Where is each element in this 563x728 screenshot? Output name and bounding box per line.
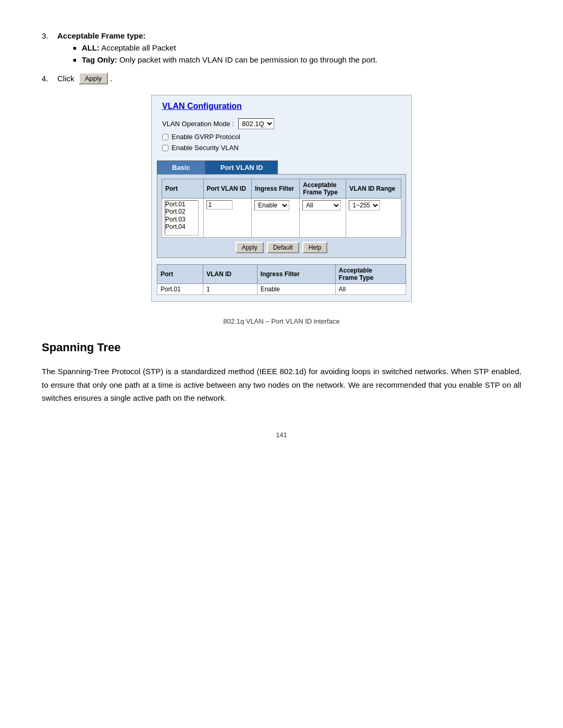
bullet-tag-only-text: Only packet with match VLAN ID can be pe…	[119, 55, 377, 64]
diagram-title: VLAN Configuration	[152, 95, 411, 116]
vlan-operation-label: VLAN Operation Mode :	[162, 120, 234, 128]
summary-td-frame-type: All	[335, 284, 406, 295]
summary-th-vlan-id: VLAN ID	[203, 265, 257, 284]
tabs-row: Basic Port VLAN ID	[152, 161, 411, 174]
bullet-all-content: ALL: Acceptable all Packet	[82, 43, 176, 52]
page-number: 141	[42, 431, 521, 439]
diagram-caption: 802.1q VLAN – Port VLAN ID interface	[42, 317, 521, 325]
th-ingress-filter: Ingress Filter	[251, 179, 299, 199]
gvrp-label: Enable GVRP Protocol	[172, 133, 240, 141]
diagram-box: VLAN Configuration VLAN Operation Mode :…	[151, 95, 412, 302]
port-option-01: Port.01	[165, 201, 198, 208]
summary-table-wrap: Port VLAN ID Ingress Filter AcceptableFr…	[157, 264, 406, 295]
summary-td-port: Port.01	[157, 284, 203, 295]
bullet-all: ALL: Acceptable all Packet	[73, 43, 377, 52]
item-4-number: 4.	[42, 74, 57, 83]
td-port-vlan-id	[203, 199, 251, 238]
vlan-operation-row: VLAN Operation Mode : 802.1Q	[152, 116, 411, 131]
diagram-container: VLAN Configuration VLAN Operation Mode :…	[42, 95, 521, 302]
bullet-list: ALL: Acceptable all Packet Tag Only: Onl…	[73, 43, 377, 64]
item-4-suffix: .	[110, 74, 112, 83]
tab-basic[interactable]: Basic	[157, 161, 205, 174]
security-vlan-row: Enable Security VLAN	[152, 142, 411, 153]
bullet-tag-only-label: Tag Only:	[82, 55, 117, 64]
td-port: Port.01 Port.02 Port.03 Port.04	[162, 199, 204, 238]
spanning-tree-heading: Spanning Tree	[42, 341, 521, 354]
numbered-item-3: 3. Acceptable Frame type: ALL: Acceptabl…	[42, 31, 521, 67]
td-acceptable-frame: All Tag Only	[300, 199, 346, 238]
table-header-row: Port Port VLAN ID Ingress Filter Accepta…	[162, 179, 401, 199]
summary-th-ingress-filter: Ingress Filter	[257, 265, 335, 284]
summary-th-port: Port	[157, 265, 203, 284]
security-vlan-label: Enable Security VLAN	[172, 144, 239, 152]
tab-port-vlan-id[interactable]: Port VLAN ID	[205, 161, 278, 174]
apply-button-inline[interactable]: Apply	[79, 72, 108, 84]
port-option-02: Port.02	[165, 208, 198, 215]
inner-table-area: Port Port VLAN ID Ingress Filter Accepta…	[157, 174, 406, 258]
click-text: Click	[57, 74, 75, 83]
acceptable-frame-select[interactable]: All Tag Only	[302, 200, 341, 211]
th-vlan-id-range: VLAN ID Range	[346, 179, 401, 199]
item-3-number: 3.	[42, 31, 57, 67]
summary-th-frame-type: AcceptableFrame Type	[335, 265, 406, 284]
th-port-vlan-id: Port VLAN ID	[203, 179, 251, 199]
th-acceptable-frame: AcceptableFrame Type	[300, 179, 346, 199]
port-option-04: Port.04	[165, 223, 198, 230]
bullet-tag-only-content: Tag Only: Only packet with match VLAN ID…	[82, 55, 377, 64]
gvrp-row: Enable GVRP Protocol	[152, 131, 411, 142]
table-row: Port.01 Port.02 Port.03 Port.04 Enable	[162, 199, 401, 238]
port-select[interactable]: Port.01 Port.02 Port.03 Port.04	[165, 200, 199, 236]
bullet-all-text: Acceptable all Packet	[101, 43, 176, 52]
port-option-03: Port.03	[165, 216, 198, 223]
ingress-filter-select[interactable]: Enable Disable	[254, 200, 289, 211]
spanning-tree-body: The Spanning-Tree Protocol (STP) is a st…	[42, 365, 521, 405]
port-vlan-table: Port Port VLAN ID Ingress Filter Accepta…	[162, 179, 401, 238]
numbered-item-4: 4. Click Apply .	[42, 72, 521, 84]
vlan-operation-select[interactable]: 802.1Q	[238, 118, 274, 129]
vlan-id-range-select[interactable]: 1~255	[349, 200, 380, 211]
apply-button[interactable]: Apply	[236, 242, 264, 253]
td-ingress-filter: Enable Disable	[251, 199, 299, 238]
buttons-row: Apply Default Help	[162, 242, 401, 253]
port-vlan-id-input[interactable]	[206, 200, 232, 209]
gvrp-checkbox[interactable]	[162, 134, 168, 140]
summary-header-row: Port VLAN ID Ingress Filter AcceptableFr…	[157, 265, 406, 284]
summary-td-ingress-filter: Enable	[257, 284, 335, 295]
acceptable-frame-heading: Acceptable Frame type:	[57, 31, 145, 40]
default-button[interactable]: Default	[267, 242, 299, 253]
help-button[interactable]: Help	[302, 242, 328, 253]
th-port: Port	[162, 179, 204, 199]
summary-row: Port.01 1 Enable All	[157, 284, 406, 295]
security-vlan-checkbox[interactable]	[162, 145, 168, 151]
td-vlan-id-range: 1~255	[346, 199, 401, 238]
bullet-all-label: ALL:	[82, 43, 100, 52]
bullet-tag-only: Tag Only: Only packet with match VLAN ID…	[73, 55, 377, 64]
summary-td-vlan-id: 1	[203, 284, 257, 295]
summary-table: Port VLAN ID Ingress Filter AcceptableFr…	[157, 264, 406, 295]
